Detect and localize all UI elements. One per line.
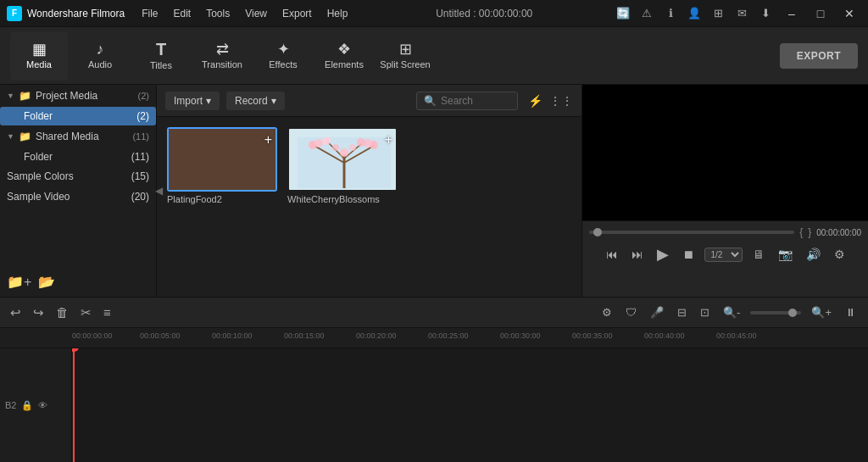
minimize-button[interactable]: – (780, 4, 804, 23)
content-area: Import ▾ Record ▾ 🔍 ⚡ ⋮⋮ (157, 85, 581, 297)
settings-icon[interactable]: ⚙ (831, 246, 849, 263)
mail-icon[interactable]: ✉ (732, 4, 751, 23)
frame-back-icon[interactable]: ⏭ (628, 246, 647, 263)
toolbar: ▦ Media ♪ Audio T Titles ⇄ Transition ✦ … (0, 27, 868, 85)
alert-icon[interactable]: ⚠ (637, 4, 656, 23)
adjust-button[interactable]: ≡ (102, 303, 113, 321)
cherry-svg (298, 137, 391, 188)
import-dropdown-icon: ▾ (206, 95, 211, 107)
menu-help[interactable]: Help (320, 6, 355, 21)
undo-button[interactable]: ↩ (8, 303, 23, 322)
info-icon[interactable]: ℹ (661, 4, 680, 23)
shared-media-header[interactable]: ▼ 📁 Shared Media (11) (0, 125, 156, 148)
menu-edit[interactable]: Edit (167, 6, 198, 21)
add-folder-icon[interactable]: 📁+ (7, 274, 31, 290)
download-icon[interactable]: ⬇ (756, 4, 775, 23)
project-media-arrow: ▼ (7, 92, 14, 100)
media-item-food[interactable]: + PlatingFood2 (167, 127, 277, 204)
svg-point-8 (314, 139, 323, 148)
add-to-timeline-icon[interactable]: + (264, 132, 272, 148)
ruler-mark-4: 00:00:20:00 (356, 331, 397, 340)
toolbar-elements[interactable]: ❖ Elements (315, 31, 373, 81)
transition-icon: ⇄ (216, 42, 229, 57)
gear-icon[interactable]: ⚙ (598, 304, 615, 320)
shield-icon[interactable]: 🛡 (622, 304, 640, 320)
playhead-circle (72, 348, 79, 352)
zoom-slider[interactable] (750, 311, 801, 314)
cherry-thumbnail[interactable]: + (287, 127, 398, 192)
quality-select[interactable]: 1/2 Full 1/4 (704, 248, 743, 262)
elements-icon: ❖ (337, 42, 351, 57)
import-button[interactable]: Import ▾ (165, 92, 220, 110)
toolbar-transition[interactable]: ⇄ Transition (193, 31, 251, 81)
pause-icon[interactable]: ⏸ (842, 304, 860, 320)
redo-button[interactable]: ↪ (31, 303, 46, 322)
panel-collapse-arrow[interactable]: ◀ (155, 185, 163, 197)
grid-icon[interactable]: ⊞ (709, 4, 727, 23)
timeline-right-controls: ⚙ 🛡 🎤 ⊟ ⊡ 🔍- 🔍+ ⏸ (598, 304, 860, 320)
search-input[interactable] (441, 95, 509, 107)
search-box[interactable]: 🔍 (416, 92, 518, 110)
toolbar-effects[interactable]: ✦ Effects (254, 31, 312, 81)
grid-view-icon[interactable]: ⋮⋮ (549, 94, 573, 108)
track-content[interactable] (72, 348, 868, 462)
sample-colors-item[interactable]: Sample Colors (15) (0, 166, 156, 186)
track-lock-icon[interactable]: 🔒 (21, 400, 33, 411)
cut-button[interactable]: ✂ (79, 303, 93, 322)
stop-button[interactable]: ⏹ (679, 246, 698, 263)
media-item-cherry[interactable]: + WhiteCherryBlossoms (287, 127, 398, 204)
volume-icon[interactable]: 🔊 (803, 246, 824, 263)
food-label: PlatingFood2 (167, 194, 277, 204)
food-thumb-inner (169, 129, 275, 190)
zoom-in-icon[interactable]: 🔍+ (808, 304, 835, 320)
split-screen-icon: ⊞ (399, 42, 412, 57)
add-cherry-icon[interactable]: + (385, 132, 392, 148)
sync-icon[interactable]: 🔄 (614, 4, 632, 23)
effects-label: Effects (269, 59, 297, 70)
record-button[interactable]: Record ▾ (226, 92, 285, 110)
skip-back-icon[interactable]: ⏮ (603, 246, 621, 263)
pip-icon[interactable]: ⊡ (697, 304, 713, 320)
zoom-out-icon[interactable]: 🔍- (720, 304, 743, 320)
maximize-button[interactable]: □ (809, 4, 832, 23)
split-screen-label: Split Screen (380, 59, 430, 70)
sample-video-item[interactable]: Sample Video (20) (0, 186, 156, 207)
sample-colors-count: (15) (131, 170, 149, 182)
snapshot-icon[interactable]: 📷 (775, 246, 796, 263)
screen-icon[interactable]: 🖥 (749, 246, 768, 263)
project-folder-item[interactable]: Folder (2) (0, 107, 156, 125)
toolbar-split-screen[interactable]: ⊞ Split Screen (376, 31, 434, 81)
play-button[interactable]: ▶ (654, 243, 672, 265)
new-folder-icon[interactable]: 📂 (38, 274, 55, 290)
mic-icon[interactable]: 🎤 (647, 304, 667, 320)
menu-file[interactable]: File (135, 6, 164, 21)
window-title: Untitled : 00:00:00:00 (354, 8, 614, 19)
toolbar-audio[interactable]: ♪ Audio (71, 31, 129, 81)
track-eye-icon[interactable]: 👁 (38, 400, 47, 410)
slider-track[interactable] (589, 231, 794, 234)
filter-icon[interactable]: ⚡ (528, 94, 542, 108)
menu-tools[interactable]: Tools (199, 6, 236, 21)
toolbar-media[interactable]: ▦ Media (10, 31, 68, 81)
preview-canvas (582, 85, 868, 220)
project-media-header[interactable]: ▼ 📁 Project Media (2) (0, 85, 156, 107)
toolbar-titles[interactable]: T Titles (132, 31, 190, 81)
ruler-mark-8: 00:00:40:00 (644, 331, 685, 340)
export-button[interactable]: EXPORT (780, 43, 858, 69)
time-slider: { } 00:00:00:00 (589, 226, 861, 238)
ruler-mark-6: 00:00:30:00 (500, 331, 541, 340)
account-icon[interactable]: 👤 (685, 4, 704, 23)
shared-folder-item[interactable]: Folder (11) (0, 148, 156, 166)
ruler-mark-7: 00:00:35:00 (572, 331, 613, 340)
timeline-toolbar: ↩ ↪ 🗑 ✂ ≡ ⚙ 🛡 🎤 ⊟ ⊡ 🔍- 🔍+ ⏸ (0, 298, 868, 328)
menu-export[interactable]: Export (275, 6, 319, 21)
text-icon[interactable]: ⊟ (674, 304, 690, 320)
import-label: Import (174, 95, 203, 107)
menu-view[interactable]: View (238, 6, 274, 21)
media-label: Media (26, 59, 52, 70)
ruler-mark-5: 00:00:25:00 (428, 331, 469, 340)
slider-thumb[interactable] (593, 228, 602, 237)
close-button[interactable]: ✕ (837, 4, 861, 23)
food-thumbnail[interactable]: + (167, 127, 277, 192)
delete-button[interactable]: 🗑 (54, 303, 70, 321)
